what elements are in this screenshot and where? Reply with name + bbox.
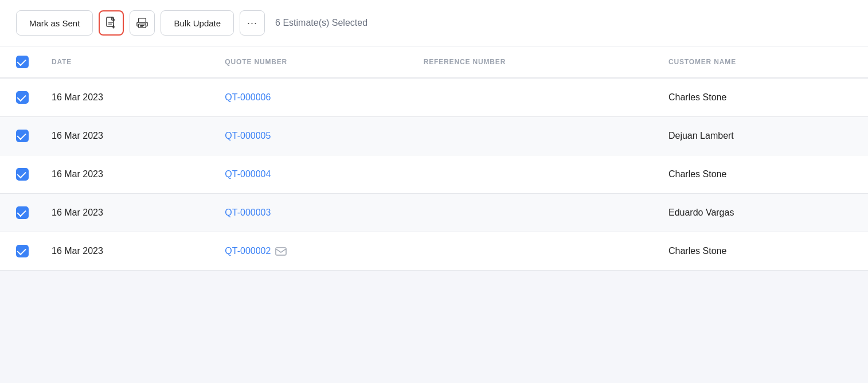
row-checkbox-4[interactable] [16,245,29,257]
row-checkbox-1[interactable] [16,130,29,142]
pdf-icon [105,17,117,29]
quote-link-4[interactable]: QT-000002 [225,246,271,256]
select-all-checkbox[interactable] [16,56,29,68]
table-row: 16 Mar 2023QT-000006Charles Stone [0,78,868,117]
row-checkbox-cell-4 [0,232,40,271]
row-checkbox-cell-0 [0,78,40,117]
table-header-row: DATE QUOTE NUMBER REFERENCE NUMBER CUSTO… [0,46,868,78]
print-icon [136,17,148,29]
pdf-button[interactable] [99,10,124,36]
row-date-1: 16 Mar 2023 [40,117,213,155]
row-customer-name-2: Charles Stone [657,155,868,194]
mark-as-sent-button[interactable]: Mark as Sent [16,10,93,36]
row-date-3: 16 Mar 2023 [40,194,213,232]
row-customer-name-4: Charles Stone [657,232,868,271]
table-row: 16 Mar 2023QT-000005Dejuan Lambert [0,117,868,155]
row-customer-name-0: Charles Stone [657,78,868,117]
quote-link-2[interactable]: QT-000004 [225,169,271,179]
table-row: 16 Mar 2023QT-000004Charles Stone [0,155,868,194]
row-date-0: 16 Mar 2023 [40,78,213,117]
header-date: DATE [40,46,213,78]
row-quote-number-2: QT-000004 [213,155,412,194]
estimates-table: DATE QUOTE NUMBER REFERENCE NUMBER CUSTO… [0,46,868,271]
table-row: 16 Mar 2023QT-000002 Charles Stone [0,232,868,271]
bulk-update-button[interactable]: Bulk Update [161,10,234,36]
svg-rect-0 [107,17,114,26]
row-reference-2 [412,155,657,194]
header-customer-name: CUSTOMER NAME [657,46,868,78]
row-checkbox-3[interactable] [16,206,29,219]
row-quote-number-3: QT-000003 [213,194,412,232]
row-reference-0 [412,78,657,117]
row-checkbox-cell-3 [0,194,40,232]
row-checkbox-cell-1 [0,117,40,155]
row-date-4: 16 Mar 2023 [40,232,213,271]
svg-rect-10 [276,248,286,255]
toolbar: Mark as Sent Bulk Update ··· 6 Estimate(… [0,0,868,46]
estimates-table-container: DATE QUOTE NUMBER REFERENCE NUMBER CUSTO… [0,46,868,271]
row-reference-1 [412,117,657,155]
row-customer-name-1: Dejuan Lambert [657,117,868,155]
row-checkbox-cell-2 [0,155,40,194]
row-quote-number-4: QT-000002 [213,232,412,271]
row-date-2: 16 Mar 2023 [40,155,213,194]
svg-point-9 [146,23,147,24]
more-options-button[interactable]: ··· [240,10,265,36]
email-icon-4 [275,247,287,256]
row-checkbox-2[interactable] [16,168,29,181]
row-reference-3 [412,194,657,232]
row-quote-number-0: QT-000006 [213,78,412,117]
row-reference-4 [412,232,657,271]
print-button[interactable] [130,10,155,36]
quote-link-1[interactable]: QT-000005 [225,131,271,140]
header-reference-number: REFERENCE NUMBER [412,46,657,78]
quote-link-3[interactable]: QT-000003 [225,208,271,217]
row-customer-name-3: Eduardo Vargas [657,194,868,232]
selection-count: 6 Estimate(s) Selected [275,18,367,28]
row-checkbox-0[interactable] [16,91,29,104]
row-quote-number-1: QT-000005 [213,117,412,155]
svg-rect-5 [139,18,146,22]
header-checkbox-col [0,46,40,78]
table-row: 16 Mar 2023QT-000003Eduardo Vargas [0,194,868,232]
header-quote-number: QUOTE NUMBER [213,46,412,78]
quote-link-0[interactable]: QT-000006 [225,92,271,102]
